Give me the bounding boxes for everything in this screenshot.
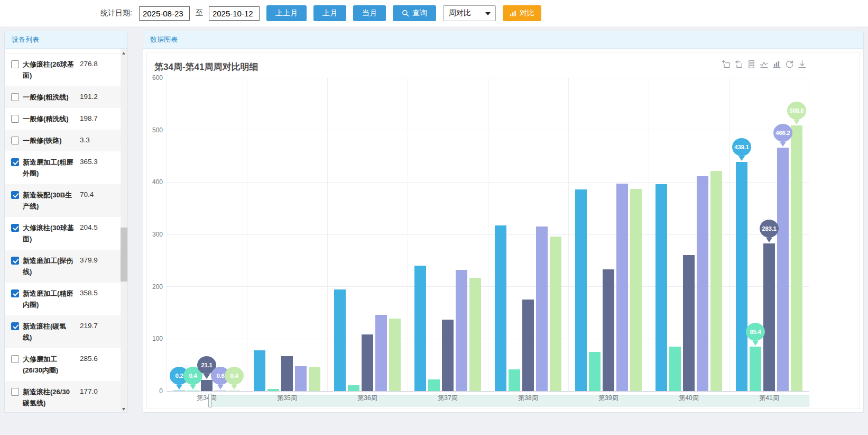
bar[interactable] (389, 319, 401, 391)
y-axis-label: 300 (145, 231, 163, 238)
bar[interactable] (254, 350, 265, 391)
bar[interactable] (603, 269, 614, 391)
bar[interactable] (201, 380, 213, 391)
prev-prev-month-button[interactable]: 上上月 (266, 5, 307, 21)
bar[interactable] (750, 347, 761, 391)
bar[interactable] (655, 184, 667, 391)
device-checkbox[interactable] (11, 115, 19, 123)
bar[interactable] (428, 379, 440, 391)
device-checkbox[interactable] (11, 158, 19, 166)
value-pin: 283.1 (760, 220, 779, 238)
scrollbar-thumb[interactable] (121, 228, 127, 282)
device-checkbox[interactable] (11, 257, 19, 265)
device-row[interactable]: 新造滚柱(碳氢线) 219.7 (5, 315, 121, 348)
current-month-button[interactable]: 当月 (353, 5, 386, 21)
bar[interactable] (187, 391, 199, 391)
bar[interactable] (281, 356, 293, 391)
device-value: 198.7 (80, 113, 98, 124)
device-row[interactable]: 新造磨加工(精磨内圈) 358.5 (5, 283, 121, 315)
device-checkbox[interactable] (11, 60, 19, 68)
bar[interactable] (456, 270, 467, 391)
bar[interactable] (616, 184, 628, 391)
date-range-label: 统计日期: (100, 8, 132, 18)
y-axis-label: 600 (145, 74, 163, 81)
bar[interactable] (791, 125, 802, 391)
bar[interactable] (509, 369, 520, 391)
device-row[interactable]: 新造装配(30B生产线) 70.4 (5, 184, 121, 217)
x-axis-label: 第34周 (167, 394, 247, 403)
axis-split-line (809, 78, 809, 391)
bar[interactable] (469, 278, 481, 391)
bar[interactable] (575, 189, 587, 391)
sidebar-scrollbar[interactable] (121, 49, 127, 412)
device-value: 70.4 (80, 189, 94, 200)
line-chart-icon[interactable] (760, 60, 769, 69)
scroll-up-button[interactable] (121, 49, 127, 56)
bar[interactable] (309, 367, 320, 391)
bar[interactable] (173, 391, 185, 391)
bar-chart-icon[interactable] (772, 60, 781, 69)
device-checkbox[interactable] (11, 191, 19, 199)
bar[interactable] (414, 266, 426, 391)
refresh-icon[interactable] (785, 60, 794, 69)
bar[interactable] (669, 347, 681, 391)
device-checkbox[interactable] (11, 137, 19, 144)
bar[interactable] (442, 320, 454, 391)
bar[interactable] (710, 171, 722, 391)
bar[interactable] (683, 255, 695, 391)
bar[interactable] (362, 334, 373, 391)
device-checkbox[interactable] (11, 322, 19, 330)
bar[interactable] (495, 225, 506, 391)
bar[interactable] (630, 189, 642, 391)
device-row[interactable]: 大修滚柱(30球基面) 204.5 (5, 217, 121, 250)
bar[interactable] (763, 243, 775, 391)
bar[interactable] (375, 315, 387, 391)
date-from-input[interactable] (139, 6, 190, 21)
axis-split-line (327, 78, 328, 391)
bar[interactable] (295, 366, 307, 391)
device-checkbox[interactable] (11, 355, 19, 363)
device-row[interactable]: 新造磨加工(粗磨外圈) 365.3 (5, 151, 121, 184)
download-icon[interactable] (798, 60, 807, 69)
bar[interactable] (550, 237, 561, 391)
prev-month-button[interactable]: 上月 (313, 5, 346, 21)
device-checkbox[interactable] (11, 388, 19, 396)
compare-mode-select[interactable]: 周对比 (443, 5, 496, 21)
data-zoom-icon[interactable] (722, 60, 731, 69)
scroll-down-button[interactable] (121, 405, 127, 412)
device-checkbox[interactable] (11, 93, 19, 101)
bar[interactable] (536, 226, 548, 391)
compare-button[interactable]: 对比 (503, 5, 541, 21)
bar[interactable] (697, 176, 708, 391)
device-value: 285.6 (80, 353, 98, 364)
bar[interactable] (334, 289, 346, 391)
axis-split-line (408, 78, 408, 391)
bar[interactable] (228, 391, 240, 391)
bar[interactable] (777, 148, 789, 391)
device-row[interactable]: 大修磨加工(26/30内圈) 285.6 (5, 348, 121, 381)
zoom-reset-icon[interactable] (734, 60, 743, 69)
device-checkbox[interactable] (11, 224, 19, 232)
data-view-icon[interactable] (747, 60, 756, 69)
device-row[interactable]: 大修滚柱(26球基面) 276.8 (5, 53, 121, 86)
bar[interactable] (589, 352, 601, 391)
axis-split-line (568, 78, 569, 391)
x-axis-label: 第38周 (488, 394, 568, 403)
query-button[interactable]: 查询 (393, 5, 436, 21)
device-row[interactable]: 一般修(铁路) 3.3 (5, 130, 121, 151)
bar[interactable] (267, 389, 279, 391)
date-to-input[interactable] (209, 6, 260, 21)
bar[interactable] (215, 391, 226, 391)
device-row[interactable]: 一般修(精洗线) 198.7 (5, 108, 121, 130)
device-checkbox[interactable] (11, 289, 19, 297)
device-row[interactable]: 一般修(粗洗线) 191.2 (5, 86, 121, 108)
datazoom-handle[interactable] (208, 394, 212, 407)
compare-button-label: 对比 (520, 8, 534, 18)
bar[interactable] (348, 385, 359, 391)
device-row[interactable]: 新造滚柱(26/30碳氢线) 177.0 (5, 381, 121, 412)
device-row[interactable]: 新造磨加工(探伤线) 379.9 (5, 250, 121, 283)
axis-split-line (247, 78, 247, 391)
bar[interactable] (522, 300, 534, 391)
top-toolbar: 统计日期: 至 上上月 上月 当月 查询 周对比 对比 (0, 0, 868, 26)
bar[interactable] (736, 162, 747, 391)
